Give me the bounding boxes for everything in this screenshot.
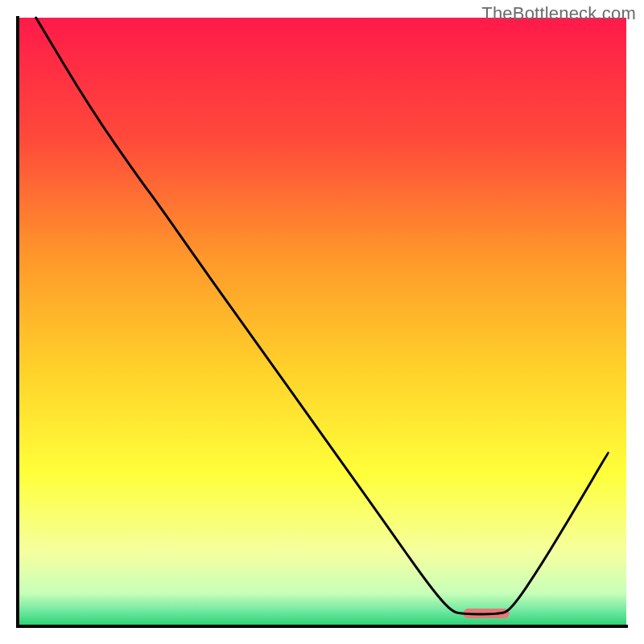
bottleneck-chart: TheBottleneck.com [0, 0, 644, 644]
gradient-bg [18, 18, 626, 626]
watermark-label: TheBottleneck.com [481, 3, 636, 24]
plot-area [16, 16, 628, 628]
chart-svg [0, 0, 644, 644]
